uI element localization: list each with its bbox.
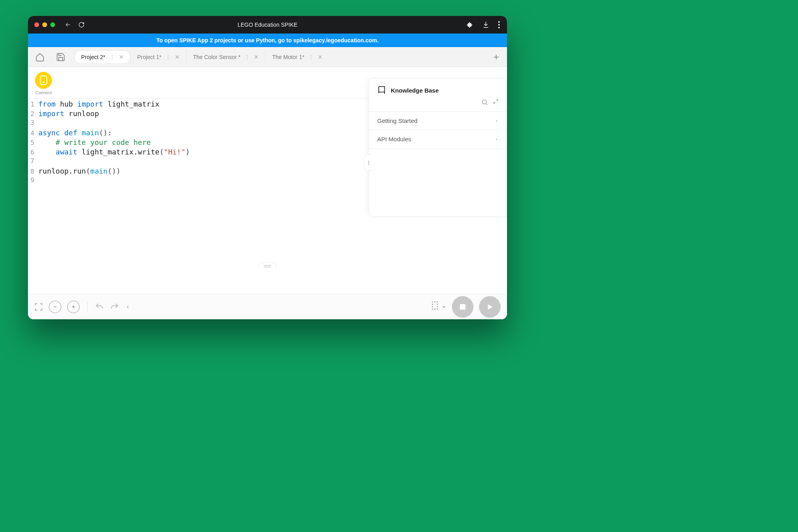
tab-menu-icon[interactable]: ⋮ xyxy=(109,54,115,60)
tabbar: Project 2*⋮✕Project 1*⋮✕The Color Sensor… xyxy=(28,47,507,67)
connect-label: Connect xyxy=(35,90,52,95)
svg-point-2 xyxy=(498,27,500,28)
svg-rect-14 xyxy=(434,309,436,310)
hub-icon xyxy=(35,72,52,89)
zoom-in-button[interactable]: + xyxy=(67,301,80,313)
code-src[interactable]: import runloop xyxy=(38,109,99,118)
zoom-out-button[interactable]: − xyxy=(49,301,61,313)
close-tab-icon[interactable]: ✕ xyxy=(175,54,180,60)
close-window-button[interactable] xyxy=(34,22,39,27)
window-controls xyxy=(28,22,55,27)
code-src[interactable]: from hub import light_matrix xyxy=(38,100,159,108)
svg-point-1 xyxy=(498,24,500,26)
code-src[interactable]: await light_matrix.write("Hi!") xyxy=(38,148,190,156)
undo-icon[interactable] xyxy=(95,302,104,312)
titlebar: LEGO Education SPIKE xyxy=(28,16,507,34)
search-icon[interactable] xyxy=(481,99,488,106)
connect-hub[interactable]: Connect xyxy=(35,72,52,95)
play-button[interactable] xyxy=(479,296,501,318)
chevron-right-icon xyxy=(495,136,499,142)
line-number: 2 xyxy=(28,110,38,118)
close-tab-icon[interactable]: ✕ xyxy=(318,54,323,60)
svg-rect-3 xyxy=(40,76,47,85)
svg-rect-7 xyxy=(434,301,436,303)
panel-collapse-handle[interactable]: || xyxy=(364,154,372,170)
tab-3[interactable]: The Motor 1*⋮✕ xyxy=(265,50,329,64)
info-banner: To open SPIKE App 2 projects or use Pyth… xyxy=(28,34,507,47)
line-number: 1 xyxy=(28,101,38,108)
back-icon[interactable] xyxy=(65,22,71,28)
svg-rect-15 xyxy=(437,309,438,310)
svg-point-5 xyxy=(482,100,487,104)
tab-2[interactable]: The Color Sensor *⋮✕ xyxy=(186,50,265,64)
step-back-icon[interactable] xyxy=(125,304,131,310)
svg-point-0 xyxy=(498,21,500,23)
kb-item-0[interactable]: Getting Started xyxy=(369,111,507,130)
line-number: 7 xyxy=(28,157,38,165)
download-icon[interactable] xyxy=(482,21,489,28)
tab-menu-icon[interactable]: ⋮ xyxy=(308,54,314,60)
svg-rect-8 xyxy=(437,301,438,303)
code-src[interactable]: runloop.run(main()) xyxy=(38,167,121,175)
line-number: 3 xyxy=(28,119,38,127)
kb-item-1[interactable]: API Modules xyxy=(369,130,507,148)
tab-1[interactable]: Project 1*⋮✕ xyxy=(131,50,186,64)
minimize-window-button[interactable] xyxy=(42,22,47,27)
tab-menu-icon[interactable]: ⋮ xyxy=(165,54,171,60)
tab-menu-icon[interactable]: ⋮ xyxy=(244,54,250,60)
svg-point-4 xyxy=(43,81,44,83)
kb-title: Knowledge Base xyxy=(391,87,439,94)
svg-rect-16 xyxy=(460,304,465,310)
stop-button[interactable] xyxy=(452,296,473,318)
knowledge-base-panel: || Knowledge Base Getting StartedAPI Mod… xyxy=(369,78,507,217)
svg-rect-12 xyxy=(437,306,438,307)
redo-icon[interactable] xyxy=(110,302,119,312)
close-tab-icon[interactable]: ✕ xyxy=(254,54,259,60)
close-tab-icon[interactable]: ✕ xyxy=(119,54,124,60)
expand-icon[interactable] xyxy=(493,99,499,106)
tab-label: The Motor 1* xyxy=(272,54,304,60)
maximize-window-button[interactable] xyxy=(50,22,55,27)
chevron-right-icon xyxy=(495,118,499,124)
line-number: 6 xyxy=(28,148,38,156)
save-icon[interactable] xyxy=(56,52,65,62)
line-number: 5 xyxy=(28,139,38,146)
window-title: LEGO Education SPIKE xyxy=(28,22,507,28)
line-number: 4 xyxy=(28,129,38,137)
code-src[interactable]: async def main(): xyxy=(38,129,112,137)
kb-item-label: API Modules xyxy=(377,136,411,142)
tabs: Project 2*⋮✕Project 1*⋮✕The Color Sensor… xyxy=(73,50,489,64)
tab-label: Project 2* xyxy=(81,54,105,60)
workspace: Connect 1from hub import light_matrix2im… xyxy=(28,67,507,294)
svg-rect-10 xyxy=(437,304,438,305)
code-src[interactable]: # write your code here xyxy=(38,138,151,146)
svg-rect-11 xyxy=(432,306,433,307)
svg-rect-13 xyxy=(432,309,433,310)
svg-rect-9 xyxy=(432,304,433,305)
tab-0[interactable]: Project 2*⋮✕ xyxy=(74,50,131,64)
svg-rect-6 xyxy=(432,301,433,303)
console-drag-handle[interactable] xyxy=(258,263,277,269)
menu-icon[interactable] xyxy=(498,21,500,28)
add-tab-button[interactable] xyxy=(489,50,503,64)
book-icon xyxy=(377,86,386,95)
kb-item-label: Getting Started xyxy=(377,117,418,124)
extension-icon[interactable] xyxy=(466,21,473,28)
reload-icon[interactable] xyxy=(78,22,85,28)
app-window: LEGO Education SPIKE To open SPIKE App 2… xyxy=(28,16,507,319)
bottom-toolbar: − + xyxy=(28,294,507,319)
tab-label: Project 1* xyxy=(137,54,162,60)
tab-label: The Color Sensor * xyxy=(193,54,240,60)
line-number: 9 xyxy=(28,176,38,184)
slot-selector[interactable] xyxy=(432,301,446,312)
home-icon[interactable] xyxy=(35,52,45,62)
line-number: 8 xyxy=(28,168,38,175)
fullscreen-icon[interactable] xyxy=(34,303,43,311)
